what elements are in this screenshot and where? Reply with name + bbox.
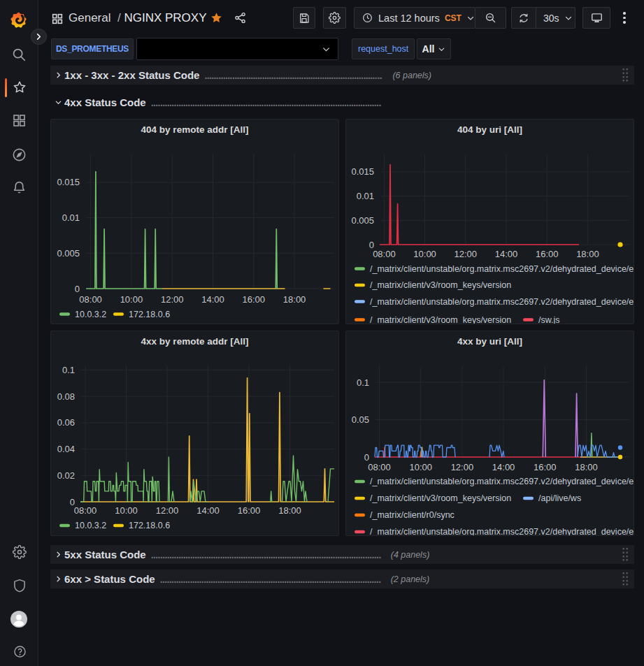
- svg-text:0.05: 0.05: [352, 414, 369, 425]
- svg-text:/_matrix/client/v3/room_keys/v: /_matrix/client/v3/room_keys/version: [370, 493, 511, 503]
- svg-text:10.0.3.2: 10.0.3.2: [75, 310, 106, 319]
- svg-text:0: 0: [75, 284, 80, 294]
- svg-text:14:00: 14:00: [196, 505, 220, 516]
- svg-text:08:00: 08:00: [373, 249, 396, 259]
- svg-text:/_matrix/client/v3/room_keys/v: /_matrix/client/v3/room_keys/version: [370, 315, 511, 324]
- svg-text:12:00: 12:00: [156, 505, 179, 516]
- svg-text:14:00: 14:00: [495, 249, 518, 259]
- svg-text:0.1: 0.1: [62, 365, 75, 375]
- svg-text:10:00: 10:00: [409, 462, 432, 472]
- svg-text:0.015: 0.015: [351, 166, 374, 177]
- svg-text:18:00: 18:00: [576, 249, 599, 259]
- svg-text:0.01: 0.01: [62, 212, 80, 223]
- svg-text:14:00: 14:00: [201, 294, 224, 305]
- svg-text:172.18.0.6: 172.18.0.6: [129, 310, 170, 319]
- svg-text:/api/live/ws: /api/live/ws: [538, 493, 581, 503]
- svg-text:08:00: 08:00: [368, 462, 391, 472]
- svg-text:172.18.0.6: 172.18.0.6: [129, 521, 170, 530]
- svg-text:08:00: 08:00: [79, 294, 102, 305]
- svg-text:18:00: 18:00: [283, 294, 306, 305]
- svg-text:12:00: 12:00: [455, 249, 478, 259]
- svg-text:08:00: 08:00: [74, 505, 97, 516]
- svg-text:10:00: 10:00: [413, 249, 436, 259]
- svg-text:12:00: 12:00: [161, 294, 184, 305]
- svg-text:16:00: 16:00: [536, 249, 559, 259]
- svg-text:10:00: 10:00: [120, 294, 143, 305]
- svg-text:/sw.js: /sw.js: [538, 315, 560, 324]
- svg-text:0.04: 0.04: [57, 444, 75, 454]
- svg-text:0.02: 0.02: [57, 470, 75, 481]
- svg-text:0.08: 0.08: [57, 391, 75, 402]
- svg-text:10.0.3.2: 10.0.3.2: [75, 521, 106, 530]
- svg-text:16:00: 16:00: [243, 294, 266, 305]
- svg-text:/_matrix/client/unstable/org.m: /_matrix/client/unstable/org.matrix.msc2…: [370, 297, 634, 307]
- svg-text:0.005: 0.005: [351, 215, 374, 226]
- svg-text:10:00: 10:00: [115, 505, 138, 516]
- svg-text:18:00: 18:00: [575, 462, 598, 472]
- svg-text:14:00: 14:00: [492, 462, 515, 472]
- svg-text:0.005: 0.005: [57, 248, 80, 259]
- svg-text:18:00: 18:00: [278, 505, 301, 516]
- svg-text:/_matrix/client/r0/sync: /_matrix/client/r0/sync: [370, 510, 455, 520]
- svg-text:0.1: 0.1: [357, 377, 369, 388]
- svg-text:16:00: 16:00: [238, 505, 261, 516]
- svg-text:0.06: 0.06: [57, 417, 75, 428]
- svg-text:12:00: 12:00: [451, 462, 474, 472]
- svg-text:/_matrix/client/unstable/org.m: /_matrix/client/unstable/org.matrix.msc2…: [370, 264, 634, 274]
- svg-text:/_matrix/client/unstable/org.m: /_matrix/client/unstable/org.matrix.msc2…: [370, 527, 634, 536]
- svg-text:0.01: 0.01: [357, 191, 374, 201]
- svg-text:0: 0: [364, 452, 369, 463]
- svg-text:0.015: 0.015: [57, 177, 80, 187]
- svg-text:16:00: 16:00: [534, 462, 557, 472]
- svg-text:/_matrix/client/unstable/org.m: /_matrix/client/unstable/org.matrix.msc2…: [370, 477, 634, 486]
- svg-text:/_matrix/client/v3/room_keys/v: /_matrix/client/v3/room_keys/version: [370, 280, 511, 290]
